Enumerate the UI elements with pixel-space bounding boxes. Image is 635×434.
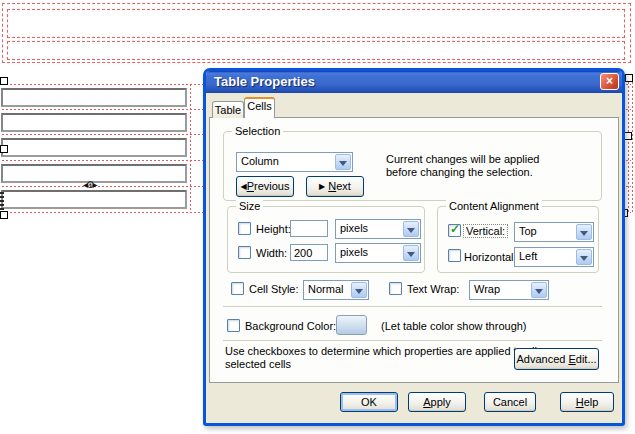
- next-button[interactable]: ▶ Next: [306, 176, 364, 197]
- advanced-edit-button[interactable]: Advanced Edit...: [514, 348, 599, 370]
- chevron-down-icon[interactable]: [403, 221, 419, 237]
- top-table-row2[interactable]: [7, 41, 625, 60]
- cancel-button[interactable]: Cancel: [484, 392, 536, 412]
- height-label: Height:: [256, 223, 291, 235]
- cell-style-label: Cell Style:: [249, 283, 299, 295]
- top-table-row1[interactable]: [7, 9, 625, 38]
- height-unit-dropdown[interactable]: pixels: [335, 219, 421, 239]
- text-wrap-dropdown[interactable]: Wrap: [469, 280, 549, 300]
- size-group: Size Height: pixels Width: pixels: [227, 206, 425, 273]
- horizontal-checkbox[interactable]: [448, 249, 461, 262]
- background-color-swatch[interactable]: [336, 315, 367, 335]
- form-field-box[interactable]: [1, 88, 187, 107]
- cell-style-checkbox[interactable]: [231, 282, 244, 295]
- selection-grip-icon: [0, 192, 4, 210]
- vertical-checkbox[interactable]: ✓: [448, 224, 461, 237]
- chevron-down-icon[interactable]: [335, 154, 351, 170]
- apply-button[interactable]: Apply: [408, 392, 466, 412]
- vertical-dropdown[interactable]: Top: [514, 222, 594, 242]
- selection-dropdown-value: Column: [241, 155, 279, 167]
- check-icon: ✓: [450, 222, 460, 236]
- background-color-checkbox[interactable]: [227, 319, 240, 332]
- vertical-label: Vertical:: [464, 225, 507, 237]
- selection-handle[interactable]: [624, 132, 632, 140]
- width-checkbox[interactable]: [238, 246, 251, 259]
- cell-style-dropdown[interactable]: Normal: [303, 280, 369, 300]
- chevron-down-icon[interactable]: [531, 282, 547, 298]
- width-input[interactable]: [290, 244, 328, 261]
- chevron-down-icon[interactable]: [576, 249, 592, 265]
- dialog-title: Table Properties: [214, 74, 315, 89]
- divider: [223, 306, 602, 307]
- selection-handle[interactable]: [625, 74, 633, 82]
- selection-handle[interactable]: [0, 211, 8, 219]
- tab-cells[interactable]: Cells: [244, 97, 275, 118]
- height-input[interactable]: [290, 220, 328, 237]
- selection-group-label: Selection: [232, 125, 283, 137]
- selection-handle[interactable]: [0, 145, 8, 153]
- help-button[interactable]: Help: [560, 392, 614, 412]
- selection-handle[interactable]: [0, 77, 8, 85]
- background-color-note: (Let table color show through): [381, 320, 527, 332]
- cells-tab-panel: Selection Column ◀Previous ▶ Next Curren…: [209, 117, 619, 383]
- chevron-down-icon[interactable]: [351, 282, 367, 298]
- form-field-box[interactable]: [1, 113, 187, 132]
- previous-button[interactable]: ◀Previous: [236, 176, 294, 197]
- content-alignment-group-label: Content Alignment: [446, 200, 542, 212]
- horizontal-dropdown[interactable]: Left: [514, 247, 594, 267]
- tab-table[interactable]: Table: [212, 101, 244, 118]
- selection-dropdown[interactable]: Column: [236, 152, 353, 172]
- form-field-box[interactable]: [1, 190, 187, 209]
- column-guide: [190, 84, 191, 212]
- table-properties-dialog: Table Properties × Table Cells Selection…: [203, 68, 625, 426]
- dialog-titlebar[interactable]: Table Properties ×: [206, 71, 622, 93]
- footer-note: Use checkboxes to determine which proper…: [225, 345, 537, 371]
- editor-canvas: ◂⊛▸ Table Properties × Table Cells Selec…: [0, 0, 635, 434]
- column-resize-icon[interactable]: ◂⊛▸: [83, 180, 95, 190]
- right-arrow-icon: ▶: [319, 182, 325, 191]
- width-unit-dropdown[interactable]: pixels: [335, 243, 421, 263]
- height-checkbox[interactable]: [238, 222, 251, 235]
- width-label: Width:: [256, 247, 287, 259]
- form-field-box[interactable]: [1, 138, 187, 157]
- divider: [223, 340, 602, 341]
- text-wrap-checkbox[interactable]: [389, 282, 402, 295]
- table-right-guide: [628, 74, 629, 213]
- selection-info-text: Current changes will be applied before c…: [386, 153, 539, 179]
- text-wrap-label: Text Wrap:: [407, 283, 459, 295]
- ok-button[interactable]: OK: [340, 392, 398, 412]
- table-right-guide-outer: [632, 74, 633, 213]
- close-icon[interactable]: ×: [600, 73, 619, 90]
- background-color-label: Background Color:: [245, 320, 336, 332]
- chevron-down-icon[interactable]: [576, 224, 592, 240]
- content-alignment-group: Content Alignment ✓ Vertical: Top Horizo…: [437, 206, 599, 273]
- chevron-down-icon[interactable]: [403, 245, 419, 261]
- size-group-label: Size: [236, 200, 263, 212]
- horizontal-label: Horizontal:: [464, 251, 517, 263]
